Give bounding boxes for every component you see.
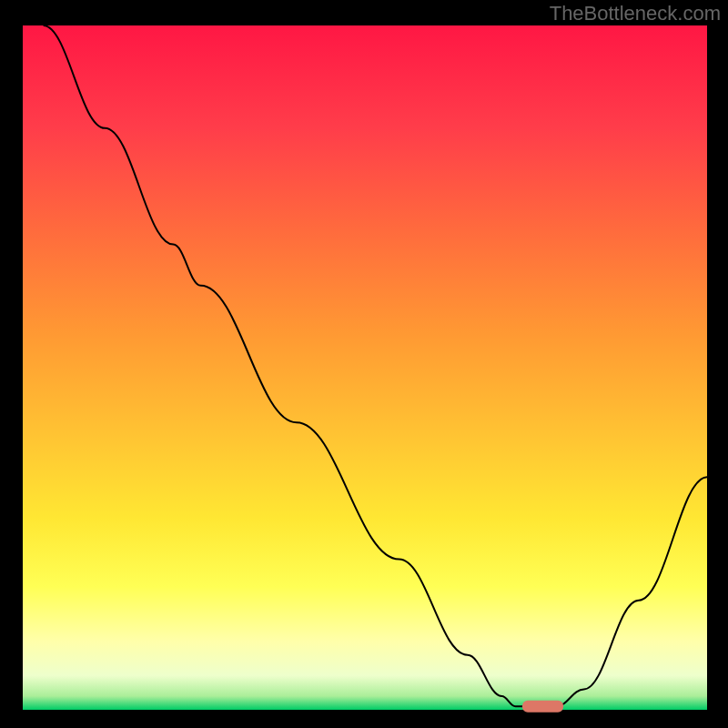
watermark-text: TheBottleneck.com: [550, 2, 721, 25]
plot-area: [23, 25, 707, 710]
optimal-marker: [522, 701, 563, 713]
chart-container: TheBottleneck.com: [0, 0, 728, 728]
chart-svg: [0, 0, 728, 728]
